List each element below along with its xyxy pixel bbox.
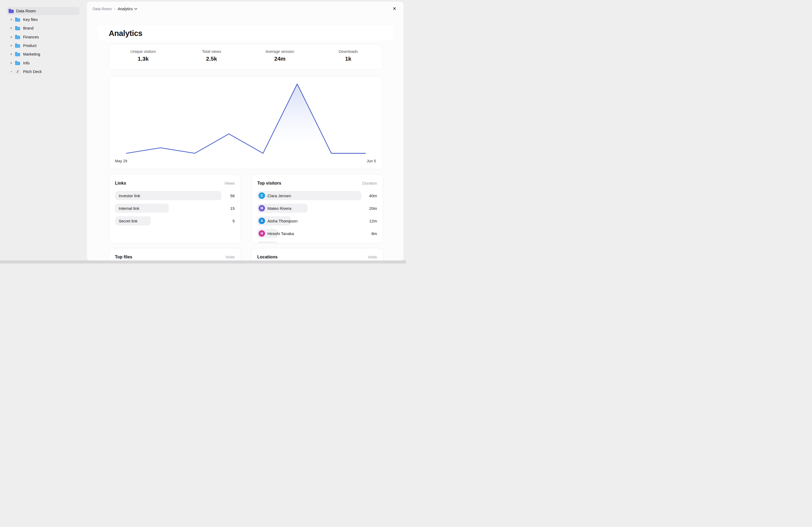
disclosure-triangle-icon[interactable] — [11, 18, 12, 21]
sidebar-item-finances[interactable]: Finances — [0, 33, 87, 41]
sidebar-item-product[interactable]: Product — [0, 41, 87, 50]
visitor-name: Hiroshi Tanaka — [267, 231, 294, 236]
stat-label: Total views — [177, 49, 246, 54]
locations-card-header: Locations Visits — [257, 255, 377, 259]
locations-title: Locations — [257, 255, 278, 259]
disclosure-triangle-icon[interactable] — [11, 36, 12, 38]
visitor-duration-value: 12m — [369, 219, 377, 223]
visitor-duration-value: 8m — [371, 231, 377, 236]
stats-card: Unique visitors 1.3k Total views 2.5k Av… — [109, 44, 383, 70]
link-row[interactable]: Investor link 56 — [115, 191, 235, 200]
disclosure-triangle-icon[interactable] — [11, 27, 12, 29]
main-panel: Data Room › Analytics ✕ Analytics Unique… — [87, 2, 404, 260]
link-row[interactable]: Internal link 15 — [115, 204, 235, 213]
visitor-row[interactable]: M Mateo Rivera 20m — [257, 204, 377, 213]
link-views-value: 15 — [230, 206, 235, 211]
stat-cell: Downloads 1k — [314, 44, 383, 70]
links-title: Links — [115, 181, 126, 186]
stat-value: 1.3k — [109, 56, 177, 62]
link-views-value: 5 — [233, 219, 235, 223]
link-label: Secret link — [119, 219, 137, 223]
disclosure-triangle-icon[interactable] — [11, 45, 12, 47]
top-files-title: Top files — [115, 255, 132, 259]
sidebar-item-label: Product — [23, 44, 37, 48]
x-axis-label-end: Jun 5 — [367, 159, 376, 163]
visitor-duration-value: 40m — [369, 194, 377, 198]
link-row[interactable]: Secret link 5 — [115, 216, 235, 225]
chevron-down-icon — [134, 8, 137, 10]
sidebar-item-brand[interactable]: Brand — [0, 24, 87, 32]
sidebar-item-marketing[interactable]: Marketing — [0, 50, 87, 59]
visitor-name: Clara Jensen — [267, 194, 291, 198]
sidebar: Data Room Key files Brand — [0, 0, 87, 260]
link-label: Internal link — [119, 206, 139, 211]
locations-visits-header: Visits — [368, 255, 377, 259]
top-files-card-header: Top files Visits — [115, 255, 235, 259]
avatar: C — [259, 192, 265, 199]
visitor-name: Aisha Thompson — [267, 219, 298, 223]
disclosure-triangle-icon[interactable] — [11, 53, 12, 55]
folder-icon — [15, 18, 20, 22]
folder-icon — [9, 10, 14, 13]
stat-label: Average session — [246, 49, 314, 54]
sidebar-item-info[interactable]: Info — [0, 59, 87, 67]
stat-value: 1k — [314, 56, 383, 62]
window-bottom-edge — [0, 260, 406, 264]
top-files-card: Top files Visits — [109, 248, 241, 260]
breadcrumb-current-label: Analytics — [118, 7, 133, 11]
bullet-dot-icon — [11, 71, 12, 72]
stat-cell: Average session 24m — [246, 44, 314, 70]
close-button[interactable]: ✕ — [391, 5, 398, 12]
visitor-row[interactable]: A Aisha Thompson 12m — [257, 216, 377, 225]
folder-icon — [15, 36, 20, 39]
sidebar-item-label: Marketing — [23, 52, 40, 56]
locations-card: Locations Visits — [251, 248, 383, 260]
sidebar-item-label: Info — [23, 61, 30, 65]
sidebar-item-label: Brand — [23, 26, 33, 30]
top-visitors-duration-header: Duration — [362, 181, 377, 185]
folder-icon — [15, 27, 20, 30]
breadcrumb-parent[interactable]: Data Room — [93, 7, 112, 11]
links-card: Links Views Investor link 56 Internal li… — [109, 174, 241, 243]
sidebar-item-pitch-deck[interactable]: Pitch Deck — [0, 67, 87, 76]
sidebar-item-label: Key files — [23, 17, 38, 22]
visitor-row-partial[interactable] — [257, 241, 377, 243]
folder-icon — [15, 53, 20, 56]
visitor-row[interactable]: C Clara Jensen 40m — [257, 191, 377, 200]
visitor-name: Mateo Rivera — [267, 206, 291, 211]
visits-line-chart — [109, 76, 382, 169]
stat-value: 2.5k — [177, 56, 246, 62]
sidebar-item-label: Finances — [23, 35, 39, 39]
sidebar-item-data-room[interactable]: Data Room — [0, 7, 87, 15]
links-card-header: Links Views — [115, 181, 235, 186]
links-views-header: Views — [224, 181, 235, 185]
pitch-deck-thumbnail-icon — [15, 69, 20, 74]
top-files-visits-header: Visits — [226, 255, 235, 259]
breadcrumb-current[interactable]: Analytics — [118, 7, 137, 11]
avatar: M — [259, 205, 265, 211]
page-header: Analytics — [98, 26, 394, 41]
stat-cell: Unique visitors 1.3k — [109, 44, 177, 70]
sidebar-item-label: Pitch Deck — [23, 70, 42, 74]
stat-value: 24m — [246, 56, 314, 62]
folder-icon — [15, 62, 20, 65]
visits-chart-card: May 29 Jun 5 — [109, 76, 383, 169]
stat-label: Unique visitors — [109, 49, 177, 54]
avatar: H — [259, 230, 265, 237]
link-views-value: 56 — [230, 194, 235, 198]
sidebar-item-key-files[interactable]: Key files — [0, 15, 87, 24]
top-visitors-title: Top visitors — [257, 181, 281, 186]
disclosure-triangle-icon[interactable] — [11, 62, 12, 64]
avatar: A — [259, 217, 265, 224]
stat-label: Downloads — [314, 49, 383, 54]
folder-icon — [15, 44, 20, 48]
top-visitors-card-header: Top visitors Duration — [257, 181, 377, 186]
visitor-row[interactable]: H Hiroshi Tanaka 8m — [257, 229, 377, 238]
breadcrumb-separator-icon: › — [114, 7, 115, 11]
x-axis-label-start: May 29 — [115, 159, 127, 163]
breadcrumb: Data Room › Analytics — [93, 6, 137, 11]
top-visitors-card: Top visitors Duration C Clara Jensen 40m… — [251, 174, 383, 243]
visitor-duration-value: 20m — [369, 206, 377, 211]
link-label: Investor link — [119, 194, 140, 198]
visitor-duration-bar — [257, 241, 278, 243]
